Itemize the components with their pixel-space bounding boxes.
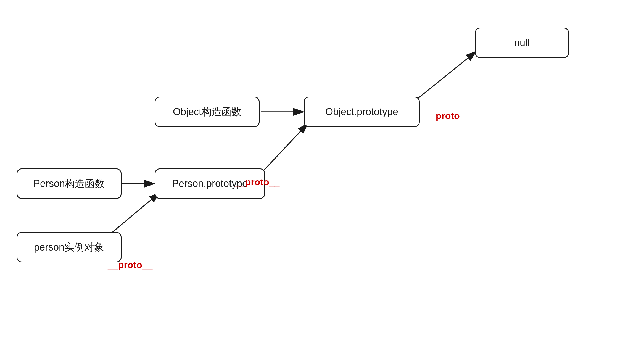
null-node: null — [475, 28, 569, 58]
svg-line-4 — [259, 124, 307, 175]
diagram-container: null Object构造函数 Object.prototype Person构… — [0, 0, 644, 348]
person-constructor-node: Person构造函数 — [17, 168, 122, 199]
object-prototype-node: Object.prototype — [304, 97, 420, 127]
proto-label-2: __proto__ — [235, 177, 280, 188]
proto-label-1: __proto__ — [108, 260, 153, 270]
svg-line-5 — [411, 52, 476, 104]
svg-line-3 — [108, 193, 159, 236]
proto-label-3: __proto__ — [425, 110, 470, 121]
object-constructor-node: Object构造函数 — [155, 97, 260, 127]
person-instance-node: person实例对象 — [17, 232, 122, 262]
